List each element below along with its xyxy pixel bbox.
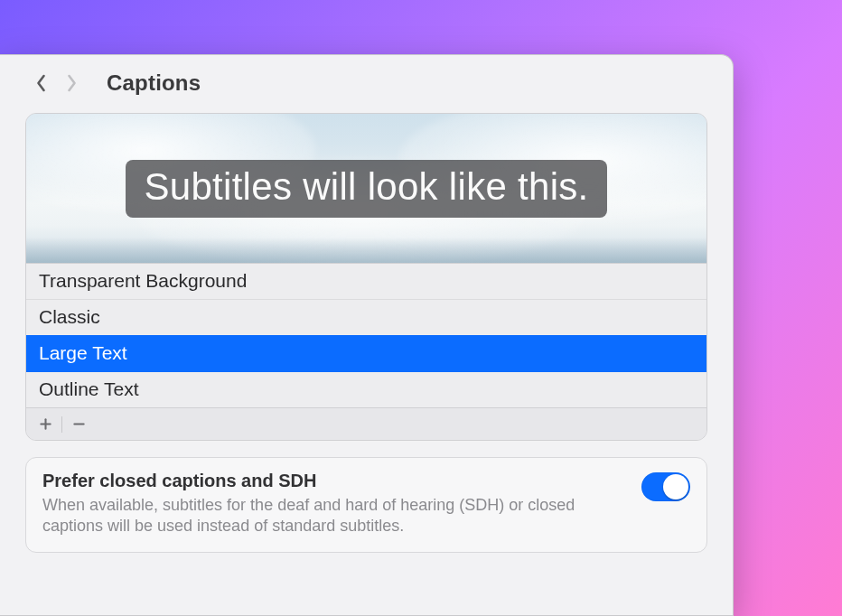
caption-style-label: Large Text <box>39 342 127 363</box>
caption-style-label: Classic <box>39 306 100 327</box>
option-description: When available, subtitles for the deaf a… <box>42 495 627 537</box>
list-footer <box>26 407 706 440</box>
caption-style-row[interactable]: Classic <box>26 299 706 335</box>
decorative-gradient <box>26 238 706 263</box>
caption-style-row[interactable]: Large Text <box>26 335 706 371</box>
option-text: Prefer closed captions and SDH When avai… <box>42 471 627 537</box>
option-title: Prefer closed captions and SDH <box>42 471 627 491</box>
plus-icon <box>39 417 52 431</box>
caption-preview: Subtitles will look like this. <box>26 114 706 263</box>
caption-style-list: Transparent BackgroundClassicLarge TextO… <box>26 263 706 407</box>
add-style-button[interactable] <box>30 412 61 437</box>
captions-settings-panel: Captions Subtitles will look like this. … <box>0 54 734 616</box>
caption-style-row[interactable]: Outline Text <box>26 371 706 407</box>
page-title: Captions <box>107 70 201 96</box>
forward-button <box>56 70 87 97</box>
caption-style-label: Outline Text <box>39 378 139 399</box>
back-button[interactable] <box>25 70 56 97</box>
panel-header: Captions <box>0 70 733 113</box>
caption-style-row[interactable]: Transparent Background <box>26 263 706 299</box>
minus-icon <box>72 417 86 431</box>
toggle-knob <box>663 474 688 499</box>
divider <box>61 416 62 433</box>
prefer-sdh-option: Prefer closed captions and SDH When avai… <box>25 457 707 553</box>
caption-style-label: Transparent Background <box>39 270 247 291</box>
subtitle-sample-text: Subtitles will look like this. <box>126 160 606 218</box>
caption-styles-block: Subtitles will look like this. Transpare… <box>25 113 707 441</box>
prefer-sdh-toggle[interactable] <box>641 472 690 501</box>
remove-style-button[interactable] <box>63 412 94 437</box>
